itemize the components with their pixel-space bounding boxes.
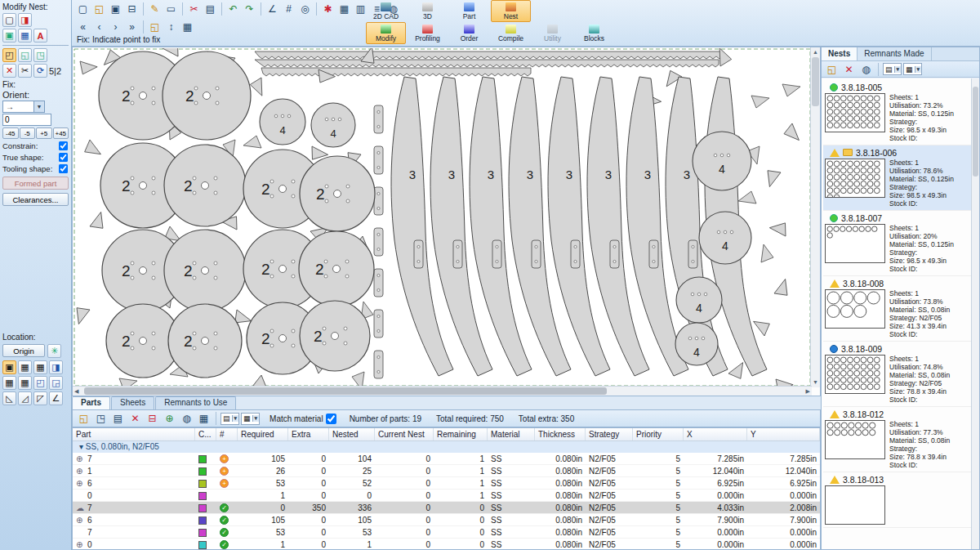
column-header[interactable]: Nested <box>329 428 375 440</box>
angle-input[interactable] <box>2 114 51 126</box>
pencil-icon[interactable]: ✎ <box>147 2 163 17</box>
tab-part[interactable]: Part <box>449 0 489 22</box>
fill-sheet-icon[interactable]: ▣ <box>2 29 16 42</box>
column-header[interactable]: # <box>216 428 238 440</box>
nest-thumbnail[interactable] <box>825 289 885 329</box>
nest-part-clip[interactable] <box>571 240 580 268</box>
rotate-step-label[interactable]: 5|2 <box>49 66 61 76</box>
print-icon[interactable]: ⊟ <box>124 2 140 17</box>
prev-nest-icon[interactable]: ‹ <box>91 20 107 35</box>
true-shape-checkbox[interactable] <box>59 153 68 162</box>
nest-part-circle-small[interactable]: 4 <box>675 323 718 365</box>
erase-icon[interactable]: ▭ <box>163 2 179 17</box>
nest-part-circle-large[interactable]: 2 <box>168 304 242 378</box>
nest-part-circle-large[interactable]: 2 <box>299 231 374 306</box>
part-row[interactable]: ☁7 ✓ 0 350 336 0 0 SS 0.080in N2/F05 5 4… <box>73 502 820 514</box>
nest-part-circle-small[interactable]: 4 <box>676 277 722 323</box>
profiling-button[interactable]: Profiling <box>408 22 448 44</box>
zoom-icon[interactable]: ◎ <box>297 2 313 17</box>
layout-mode-dropdown[interactable]: ▦▾ <box>903 63 922 75</box>
part-row[interactable]: ⊕6 + 53 0 52 0 1 SS 0.080in N2/F05 5 6.9… <box>73 477 820 490</box>
align-grid-icon[interactable]: ▦ <box>33 360 47 374</box>
nest-part-circle-small[interactable]: 4 <box>260 99 305 145</box>
column-header[interactable]: Strategy <box>586 428 633 440</box>
add-part-icon[interactable]: ⊕ <box>162 411 177 427</box>
blocks-button[interactable]: Blocks <box>574 22 614 44</box>
nest-part-clip[interactable] <box>414 240 423 268</box>
part-row[interactable]: 7 ✓ 53 0 53 0 0 SS 0.080in N2/F05 5 0.00… <box>73 526 820 539</box>
column-header[interactable]: Required <box>238 428 288 440</box>
last-nest-icon[interactable]: » <box>124 20 140 35</box>
nest-list-item[interactable]: 3.8.18-006 Sheets: 1Utilisation: 78.6%Ma… <box>823 145 971 211</box>
table-icon[interactable]: ▦ <box>336 2 352 17</box>
measure-icon[interactable]: ∠ <box>265 2 280 17</box>
fix-tool-icon[interactable]: ◰ <box>2 48 16 62</box>
modify-button[interactable]: Modify <box>366 22 406 44</box>
nest-part-circle-large[interactable]: 2 <box>164 145 246 226</box>
nest-part-clip[interactable] <box>374 310 383 338</box>
nest-part-circle-large[interactable]: 2 <box>164 230 246 311</box>
corner-align-icon[interactable]: ◿ <box>18 391 32 405</box>
nest-part-circle-large[interactable]: 2 <box>163 51 251 140</box>
column-header[interactable]: Material <box>488 428 535 440</box>
copy-part-icon[interactable]: ▤ <box>110 411 126 427</box>
nest-part-clip[interactable] <box>374 105 383 133</box>
tab-nests[interactable]: Nests <box>822 47 858 60</box>
save-icon[interactable]: ▣ <box>108 2 123 17</box>
bump-icon[interactable]: ◱ <box>18 48 32 62</box>
annotate-icon[interactable]: A <box>33 29 47 42</box>
column-header[interactable]: Priority <box>633 428 684 440</box>
nest-part-clip[interactable] <box>492 240 501 268</box>
tab-nest[interactable]: Nest <box>491 0 531 22</box>
sheet-table-icon[interactable]: ▦ <box>180 20 195 35</box>
constrain-checkbox[interactable] <box>59 141 68 150</box>
nest-part-clip[interactable] <box>688 240 697 268</box>
nest-list-item[interactable]: 3.8.18-012 Sheets: 1Utilisation: 77.3%Ma… <box>823 407 971 472</box>
column-header[interactable]: Current Nest <box>375 428 434 440</box>
part-row[interactable]: 0 1 0 0 0 1 SS 0.080in N2/F05 5 0.000in … <box>73 490 820 502</box>
remove-part-icon[interactable]: ✕ <box>127 411 143 427</box>
part-row[interactable]: ⊕7 + 105 0 104 0 1 SS 0.080in N2/F05 5 7… <box>73 453 820 465</box>
nest-thumbnail[interactable] <box>825 485 885 525</box>
rotate-minus-5-button[interactable]: -5 <box>20 127 36 139</box>
orient-dropdown[interactable]: →▼ <box>2 101 45 113</box>
paste-icon[interactable]: ▤ <box>203 2 218 17</box>
nest-list-item[interactable]: 3.8.18-005 Sheets: 1Utilisation: 73.2%Ma… <box>823 80 971 145</box>
compile-button[interactable]: Compile <box>491 22 531 44</box>
delete-nest-icon[interactable]: ✕ <box>841 61 857 77</box>
part-row[interactable]: ⊕6 ✓ 105 0 105 0 0 SS 0.080in N2/F05 5 7… <box>73 514 820 526</box>
rotate-part-icon[interactable]: ⟳ <box>33 64 47 78</box>
rotate-minus-45-button[interactable]: -45 <box>2 127 19 139</box>
snap-origin-icon[interactable]: ✳ <box>47 344 61 358</box>
import-part-icon[interactable]: ◳ <box>93 411 109 427</box>
sort-icon[interactable]: ↕ <box>163 20 179 35</box>
corner-align-icon[interactable]: ∠ <box>49 391 63 405</box>
open-icon[interactable]: ◱ <box>91 2 107 17</box>
nest-part-circle-small[interactable]: 4 <box>693 132 751 190</box>
part-row[interactable]: ⊕0 ✓ 1 0 1 0 0 SS 0.080in N2/F05 5 0.000… <box>73 539 820 550</box>
nest-part-circle-large[interactable]: 2 <box>300 156 375 231</box>
move-part-icon[interactable]: ◨ <box>18 13 32 27</box>
cut-part-icon[interactable]: ✂ <box>18 64 32 78</box>
nest-part-clip[interactable] <box>374 269 383 297</box>
rotate-plus-45-button[interactable]: +45 <box>53 127 69 139</box>
nest-canvas[interactable]: 33333333322222222222222444444 ▲ ▼ ◀ ▶ <box>72 47 821 396</box>
nest-part-circle-small[interactable]: 4 <box>311 103 355 147</box>
column-header[interactable]: Extra <box>288 428 329 440</box>
nest-drawing[interactable]: 33333333322222222222222444444 <box>74 48 811 387</box>
corner-align-icon[interactable]: ◺ <box>2 391 16 405</box>
align-grid-icon[interactable]: ▦ <box>18 376 32 390</box>
redo-icon[interactable]: ↷ <box>242 2 257 17</box>
settings-icon[interactable]: ✱ <box>320 2 336 17</box>
clearances-button[interactable]: Clearances... <box>2 193 69 206</box>
new-icon[interactable]: ▢ <box>75 2 91 17</box>
nest-list-item[interactable]: 3.8.18-009 Sheets: 1Utilisation: 74.8%Ma… <box>823 342 971 407</box>
nest-part-clip[interactable] <box>649 240 658 268</box>
nest-list-item[interactable]: 3.8.18-008 Sheets: 1Utilisation: 73.8%Ma… <box>823 276 971 342</box>
match-material-checkbox[interactable] <box>326 414 336 424</box>
nest-part-clip[interactable] <box>374 146 383 174</box>
snap-together-icon[interactable]: ◳ <box>33 48 47 62</box>
column-header[interactable]: Part <box>73 428 195 440</box>
nests-scrollbar[interactable] <box>971 78 979 549</box>
nest-part-strip[interactable] <box>255 60 719 67</box>
